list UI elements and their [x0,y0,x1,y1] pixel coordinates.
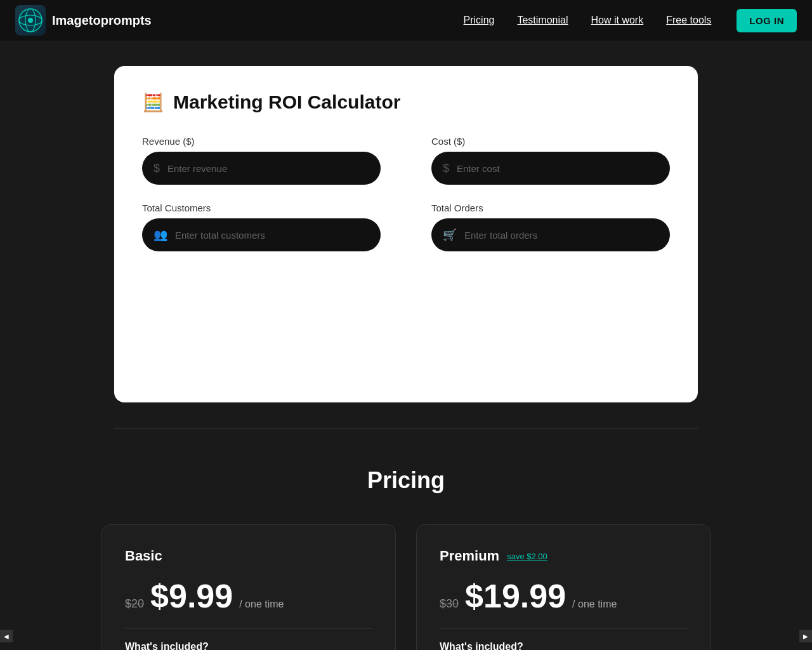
basic-whats-included: What's included? [125,641,372,650]
pricing-section: Pricing Basic $20 $9.99 / one time What'… [0,429,812,650]
basic-plan-name-text: Basic [125,548,162,564]
basic-current-price: $9.99 [150,577,233,615]
nav-link-testimonial[interactable]: Testimonial [517,15,568,26]
cost-label: Cost ($) [431,136,670,147]
premium-whats-included: What's included? [440,641,687,650]
customers-field-group: Total Customers 👥 [142,202,381,251]
premium-plan-divider [440,628,687,628]
calculator-title: 🧮 Marketing ROI Calculator [142,91,670,113]
orders-label: Total Orders [431,202,670,213]
customers-input-wrapper: 👥 [142,218,381,251]
basic-price-period: / one time [239,599,284,610]
premium-price-row: $30 $19.99 / one time [440,577,687,615]
basic-plan-card: Basic $20 $9.99 / one time What's includ… [102,524,396,650]
calculator-heading: Marketing ROI Calculator [173,91,400,113]
navbar-links: Pricing Testimonial How it work Free too… [464,15,712,26]
orders-input[interactable] [464,230,658,241]
premium-price-period: / one time [572,599,617,610]
basic-plan-name: Basic [125,548,372,564]
premium-original-price: $30 [440,597,459,611]
cost-input[interactable] [457,163,658,174]
revenue-dollar-icon: $ [154,162,160,175]
navbar: Imagetoprompts Pricing Testimonial How i… [0,0,812,41]
premium-plan-name-text: Premium [440,548,499,564]
customers-label: Total Customers [142,202,381,213]
login-button[interactable]: LOG IN [737,9,797,32]
revenue-input[interactable] [167,163,369,174]
nav-link-pricing[interactable]: Pricing [464,15,495,26]
premium-current-price: $19.99 [465,577,566,615]
brand: Imagetoprompts [15,5,152,36]
revenue-input-wrapper: $ [142,152,381,185]
calculator-section: 🧮 Marketing ROI Calculator Revenue ($) $… [0,41,812,428]
scroll-right-button[interactable]: ▶ [799,630,812,642]
orders-field-group: Total Orders 🛒 [431,202,670,251]
orders-cart-icon: 🛒 [443,228,457,242]
pricing-cards: Basic $20 $9.99 / one time What's includ… [102,524,710,650]
basic-plan-divider [125,628,372,628]
cost-field-group: Cost ($) $ [431,136,670,185]
premium-plan-name: Premium save $2.00 [440,548,687,564]
scroll-left-button[interactable]: ◀ [0,630,13,642]
revenue-field-group: Revenue ($) $ [142,136,381,185]
calculator-grid: Revenue ($) $ Cost ($) $ Total Customers… [142,136,670,251]
orders-input-wrapper: 🛒 [431,218,670,251]
nav-link-free-tools[interactable]: Free tools [666,15,711,26]
premium-plan-card: Premium save $2.00 $30 $19.99 / one time… [416,524,710,650]
basic-original-price: $20 [125,597,144,611]
svg-point-3 [28,18,33,23]
brand-logo [15,5,46,36]
basic-price-row: $20 $9.99 / one time [125,577,372,615]
calculator-card: 🧮 Marketing ROI Calculator Revenue ($) $… [114,66,698,402]
cost-input-wrapper: $ [431,152,670,185]
brand-name: Imagetoprompts [52,13,152,28]
customers-input[interactable] [175,230,369,241]
calculator-icon: 🧮 [142,92,164,113]
cost-dollar-icon: $ [443,162,449,175]
customers-person-icon: 👥 [154,228,167,242]
premium-save-badge: save $2.00 [507,552,547,561]
revenue-label: Revenue ($) [142,136,381,147]
nav-link-how-it-work[interactable]: How it work [591,15,644,26]
pricing-title: Pricing [63,467,749,494]
